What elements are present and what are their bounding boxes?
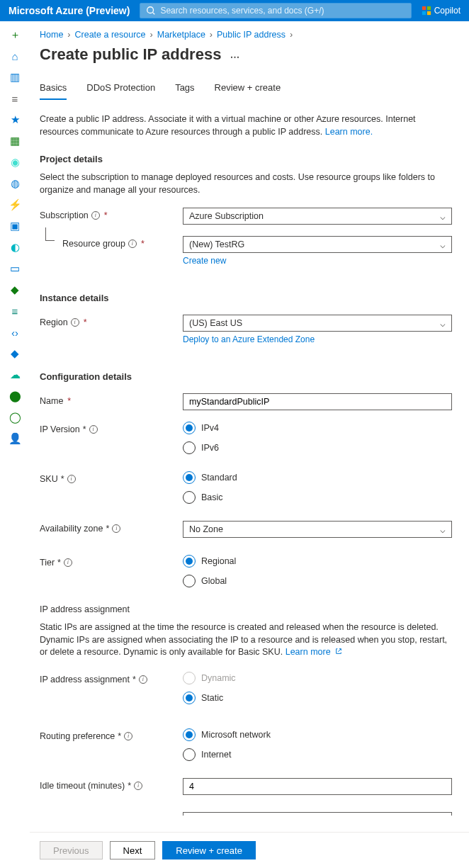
radio-regional[interactable]: Regional [183,555,452,568]
rail-icon-15[interactable]: ◆ [9,347,21,360]
svg-point-0 [147,7,154,13]
rail-icon-5[interactable]: ▦ [9,135,21,147]
rail-icon-3[interactable]: ≡ [9,92,21,105]
radio-ipv-[interactable]: IPv4 [183,422,452,434]
info-icon[interactable]: i [128,239,137,248]
chevron-down-icon: ⌵ [440,524,446,535]
deploy-extended-zone-link[interactable]: Deploy to an Azure Extended Zone [183,334,315,344]
resource-group-select[interactable]: (New) TestRG ⌵ [183,236,452,253]
review-create-button[interactable]: Review + create [162,841,256,859]
ip-assignment-label: IP address assignment * i [40,672,183,684]
radio-label: IPv4 [201,423,219,433]
rail-icon-4[interactable]: ★ [9,113,21,126]
radio-internet[interactable]: Internet [183,748,452,761]
subscription-select[interactable]: Azure Subscription ⌵ [183,208,452,225]
resource-group-label: Resource group i * [40,236,183,249]
region-label: Region i * [40,315,183,327]
project-details-desc: Select the subscription to manage deploy… [40,171,452,196]
external-link-icon [335,648,342,655]
sku-label: SKU * i [40,471,183,484]
chevron-down-icon: ⌵ [440,318,446,329]
breadcrumb-item[interactable]: Create a resource [75,30,146,40]
radio-label: Regional [201,556,236,566]
region-select[interactable]: (US) East US ⌵ [183,315,452,332]
tab-basics[interactable]: Basics [40,82,67,100]
config-details-heading: Configuration details [40,371,452,382]
tab-ddos-protection[interactable]: DDoS Protection [86,82,155,100]
tab-review-create[interactable]: Review + create [215,82,281,100]
svg-line-1 [153,13,155,15]
chevron-right-icon: › [290,30,293,40]
rail-icon-17[interactable]: ⬤ [9,390,21,402]
intro-learn-more-link[interactable]: Learn more. [325,127,373,137]
info-icon[interactable]: i [112,524,120,533]
radio-dot-icon [183,728,196,741]
info-icon[interactable]: i [91,211,100,220]
rail-icon-14[interactable]: ‹› [9,326,21,339]
intro-text: Create a public IP address. Associate it… [40,113,452,138]
rail-icon-2[interactable]: ▥ [9,71,21,84]
radio-label: Static [201,693,223,703]
info-icon[interactable]: i [71,318,79,327]
rail-icon-18[interactable]: ◯ [9,411,21,424]
more-icon[interactable]: … [230,49,241,60]
info-icon[interactable]: i [139,675,147,684]
ip-assignment-heading: IP address assignment [40,604,452,614]
radio-label: Internet [201,750,231,760]
info-icon[interactable]: i [124,732,132,740]
rail-icon-1[interactable]: ⌂ [9,50,21,62]
chevron-down-icon: ⌵ [440,239,446,250]
rail-icon-8[interactable]: ⚡ [9,198,21,211]
radio-basic[interactable]: Basic [183,491,452,504]
info-icon[interactable]: i [64,558,72,567]
tab-bar: BasicsDDoS ProtectionTagsReview + create [40,82,469,100]
rail-icon-7[interactable]: ◍ [9,177,21,190]
idle-timeout-label: Idle timeout (minutes) * i [40,778,183,791]
next-button[interactable]: Next [110,841,156,859]
radio-global[interactable]: Global [183,575,452,587]
rail-icon-12[interactable]: ◆ [9,283,21,296]
copilot-icon [422,6,431,16]
global-search[interactable] [140,3,411,18]
tab-tags[interactable]: Tags [175,82,194,100]
radio-microsoft-network[interactable]: Microsoft network [183,728,452,741]
info-icon[interactable]: i [134,782,142,790]
breadcrumb-item[interactable]: Home [40,30,63,40]
info-icon[interactable]: i [89,425,98,434]
ip-assign-learn-more-link[interactable]: Learn more [286,647,342,657]
rail-icon-13[interactable]: ≡ [9,305,21,317]
search-input[interactable] [160,6,405,16]
name-input[interactable] [183,393,452,410]
radio-standard[interactable]: Standard [183,471,452,484]
ip-assignment-desc: Static IPs are assigned at the time the … [40,621,452,659]
radio-dot-icon [183,422,196,434]
top-bar: Microsoft Azure (Preview) Copilot [0,0,469,21]
rail-icon-11[interactable]: ▭ [9,262,21,275]
info-icon[interactable]: i [67,475,76,483]
breadcrumb-item[interactable]: Marketplace [157,30,205,40]
create-new-rg-link[interactable]: Create new [183,256,226,266]
radio-label: Microsoft network [201,730,271,740]
breadcrumb-item[interactable]: Public IP address [217,30,286,40]
radio-ipv-[interactable]: IPv6 [183,441,452,454]
radio-dot-icon [183,748,196,761]
radio-dot-icon [183,692,196,704]
idle-timeout-input[interactable] [183,778,452,795]
brand-label: Microsoft Azure (Preview) [9,5,130,16]
rail-icon-19[interactable]: 👤 [9,432,21,445]
rail-icon-10[interactable]: ◐ [9,241,21,254]
rail-icon-6[interactable]: ◉ [9,156,21,169]
rail-icon-16[interactable]: ☁ [9,368,21,381]
dns-name-input[interactable] [183,812,452,816]
radio-static[interactable]: Static [183,692,452,704]
main-content: Home › Create a resource › Marketplace ›… [30,21,469,868]
project-details-heading: Project details [40,154,452,164]
availability-zone-select[interactable]: No Zone ⌵ [183,521,452,538]
rail-icon-9[interactable]: ▣ [9,220,21,232]
ip-version-label: IP Version * i [40,422,183,434]
rail-icon-0[interactable]: ＋ [9,28,21,41]
copilot-button[interactable]: Copilot [422,6,460,16]
radio-dot-icon [183,471,196,484]
footer-bar: Previous Next Review + create [30,832,469,868]
search-icon [146,6,156,16]
